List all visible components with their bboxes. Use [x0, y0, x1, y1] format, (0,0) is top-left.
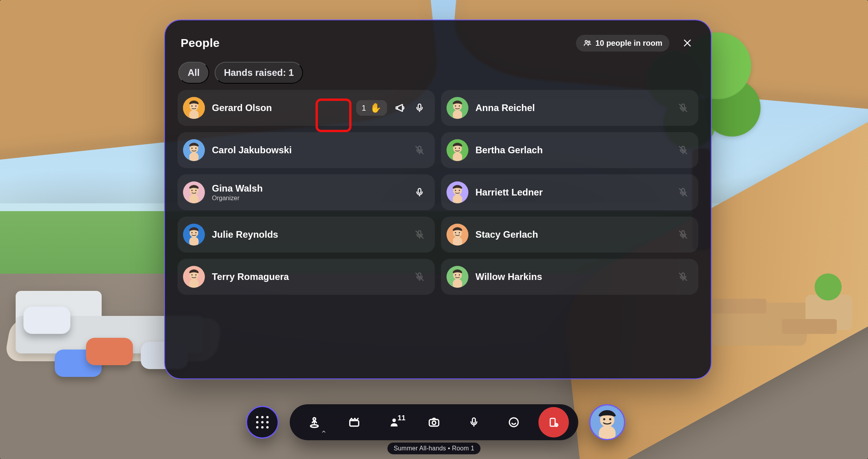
status-icons: [413, 270, 426, 283]
avatar: [447, 181, 468, 203]
person-name: Julie Reynolds: [212, 229, 278, 240]
clapper-icon: [348, 416, 361, 429]
microphone-muted-icon: [413, 143, 426, 157]
room-count-pill[interactable]: 10 people in room: [576, 35, 669, 52]
avatar: [183, 139, 205, 161]
svg-rect-47: [189, 237, 199, 246]
status-icons: [676, 270, 690, 283]
svg-point-1: [588, 41, 590, 43]
avatar: [447, 97, 468, 119]
app-grid-icon: [256, 416, 269, 429]
svg-point-20: [191, 147, 192, 149]
person-name: Harriett Ledner: [475, 187, 543, 198]
microphone-icon: [413, 101, 426, 115]
microphone-muted-icon: [676, 101, 690, 115]
smile-icon: [508, 416, 520, 429]
svg-rect-26: [453, 152, 462, 161]
svg-point-34: [191, 190, 192, 191]
svg-rect-19: [189, 152, 199, 161]
reactions-button[interactable]: [499, 407, 529, 437]
person-name: Anna Reichel: [475, 102, 535, 113]
person-name: Terry Romaguera: [212, 271, 289, 282]
name-block: Gina WalshOrganizer: [212, 183, 263, 202]
svg-rect-12: [453, 110, 462, 119]
person-name: Willow Harkins: [475, 271, 542, 282]
person-card[interactable]: Terry Romaguera: [178, 259, 435, 295]
person-name: Bertha Gerlach: [475, 145, 543, 156]
svg-point-21: [195, 147, 196, 149]
microphone-icon: [413, 186, 426, 199]
person-card[interactable]: Willow Harkins: [441, 259, 698, 295]
status-icons: [413, 186, 426, 199]
leave-button[interactable]: [538, 407, 569, 437]
tab-hands-raised[interactable]: Hands raised: 1: [215, 62, 303, 84]
svg-point-55: [455, 232, 456, 233]
svg-point-35: [195, 190, 196, 191]
teleport-button[interactable]: [299, 407, 330, 437]
people-icon: [583, 39, 592, 47]
svg-point-88: [603, 418, 606, 421]
svg-point-0: [585, 41, 587, 43]
svg-point-77: [432, 421, 436, 425]
microphone-icon: [468, 416, 480, 428]
svg-point-70: [459, 274, 460, 275]
status-icons: [676, 186, 690, 199]
camera-icon: [427, 416, 441, 429]
person-card[interactable]: Gerard Olson1✋: [178, 90, 435, 126]
avatar: [447, 266, 468, 288]
tab-all[interactable]: All: [178, 62, 209, 84]
self-avatar-button[interactable]: [589, 404, 625, 440]
svg-point-49: [195, 232, 196, 233]
svg-point-79: [509, 418, 518, 427]
raised-hand-icon: ✋: [370, 103, 382, 113]
svg-point-27: [455, 147, 456, 149]
capture-button[interactable]: [339, 407, 369, 437]
svg-point-48: [191, 232, 192, 233]
person-card[interactable]: Bertha Gerlach: [441, 132, 698, 168]
camera-button[interactable]: [419, 407, 449, 437]
svg-point-28: [459, 147, 460, 149]
name-block: Julie Reynolds: [212, 229, 278, 240]
person-name: Gerard Olson: [212, 102, 272, 113]
person-card[interactable]: Harriett Ledner: [441, 174, 698, 210]
leave-icon: [548, 416, 560, 428]
person-card[interactable]: Carol Jakubowski: [178, 132, 435, 168]
name-block: Carol Jakubowski: [212, 145, 292, 156]
svg-rect-8: [418, 104, 421, 109]
hand-raised-badge[interactable]: 1✋: [356, 100, 387, 116]
hand-order: 1: [362, 104, 366, 113]
svg-point-56: [459, 232, 460, 233]
svg-rect-74: [350, 421, 359, 426]
name-block: Anna Reichel: [475, 102, 535, 113]
tabs: All Hands raised: 1: [175, 58, 701, 90]
svg-point-42: [459, 190, 460, 191]
avatar: [183, 181, 205, 203]
teleport-icon: [307, 415, 321, 429]
svg-rect-87: [599, 426, 616, 440]
svg-point-69: [455, 274, 456, 275]
microphone-muted-icon: [676, 143, 690, 157]
person-card[interactable]: Anna Reichel: [441, 90, 698, 126]
microphone-muted-icon: [413, 228, 426, 241]
app-grid-button[interactable]: [246, 406, 279, 439]
person-card[interactable]: Gina WalshOrganizer: [178, 174, 435, 210]
close-icon: [682, 38, 692, 48]
microphone-button[interactable]: [459, 407, 489, 437]
svg-rect-78: [472, 418, 475, 423]
room-label: Summer All-hands • Room 1: [387, 443, 481, 454]
megaphone-icon: [393, 101, 407, 115]
svg-point-75: [393, 419, 396, 422]
svg-point-14: [459, 105, 460, 106]
person-card[interactable]: Stacy Gerlach: [441, 217, 698, 253]
close-button[interactable]: [678, 34, 697, 52]
dock-center: 11: [290, 404, 578, 440]
avatar: [183, 266, 205, 288]
svg-rect-36: [418, 188, 421, 193]
svg-rect-33: [189, 195, 199, 203]
avatar: [183, 97, 205, 119]
people-panel: People 10 people in room: [164, 20, 712, 379]
svg-rect-5: [189, 110, 199, 119]
panel-header: People 10 people in room: [175, 32, 701, 58]
participants-button[interactable]: 11: [379, 407, 409, 437]
person-card[interactable]: Julie Reynolds: [178, 217, 435, 253]
